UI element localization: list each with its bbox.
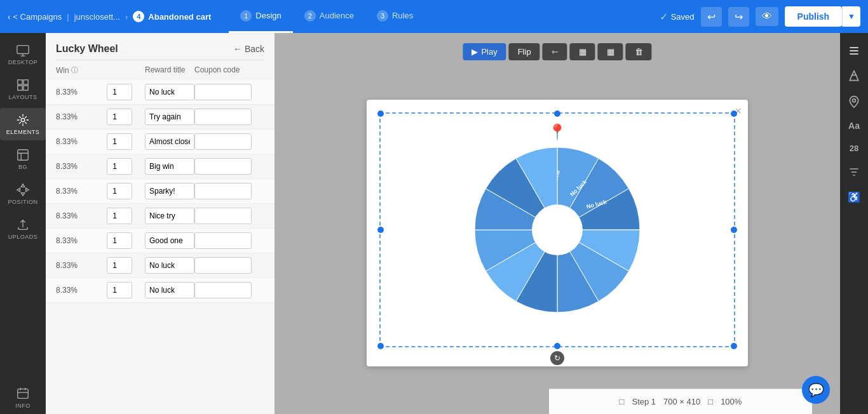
handle-middle-right[interactable] [731, 227, 737, 233]
handle-middle-left[interactable] [377, 227, 384, 233]
chat-button[interactable]: 💬 [802, 376, 830, 404]
reward-input[interactable] [145, 84, 194, 100]
reward-input[interactable] [145, 257, 194, 274]
tab-design[interactable]: 1 Design [229, 0, 292, 33]
nav-sep-1: | [67, 12, 69, 22]
coupon-input[interactable] [194, 208, 252, 224]
layouts-label: LAYOUTS [9, 94, 37, 100]
right-accessibility-icon[interactable]: ♿ [844, 187, 864, 207]
rotate-handle[interactable]: ↻ [550, 351, 564, 365]
layers-icon: ▦ [579, 47, 587, 57]
table-row: 8.33% [46, 278, 275, 303]
weight-input[interactable] [107, 282, 132, 298]
handle-top-right[interactable] [731, 110, 737, 117]
publish-dropdown-button[interactable]: ▼ [842, 6, 860, 27]
right-filter-icon[interactable] [844, 162, 864, 182]
tab-rules[interactable]: 3 Rules [365, 0, 424, 33]
play-button[interactable]: ▶ Play [463, 43, 506, 60]
svg-rect-0 [17, 46, 29, 54]
weight-input[interactable] [107, 183, 132, 199]
coupon-input[interactable] [194, 109, 252, 125]
top-nav: ‹ < Campaigns | junsclosett... › 4 Aband… [0, 0, 868, 33]
back-campaigns-btn[interactable]: ‹ < Campaigns [8, 12, 62, 22]
win-percent: 8.33% [56, 261, 107, 270]
coupon-input[interactable] [194, 257, 252, 274]
weight-input[interactable] [107, 109, 132, 125]
win-percent: 8.33% [56, 162, 107, 171]
win-info-icon[interactable]: ⓘ [71, 65, 78, 75]
uploads-label: UPLOADS [8, 234, 38, 240]
text-button[interactable]: ▦ [598, 43, 623, 60]
weight-input[interactable] [107, 257, 132, 274]
step-label: Step 1 [632, 397, 656, 406]
table-row: 8.33% [46, 105, 275, 130]
svg-point-21 [853, 99, 856, 102]
nav-right: ✓ Saved ↩ ↪ 👁 Publish ▼ [660, 6, 860, 27]
back-link[interactable]: ← Back [233, 44, 264, 54]
weight-input[interactable] [107, 208, 132, 224]
handle-top-left[interactable] [377, 110, 384, 117]
right-paint-icon[interactable] [844, 66, 864, 86]
play-icon: ▶ [471, 47, 478, 57]
delete-button[interactable]: 🗑 [626, 43, 652, 60]
left-sidebar: DESKTOP LAYOUTS ELEMENTS BG POSITION UPL… [0, 33, 46, 414]
weight-input[interactable] [107, 232, 132, 249]
wheel-svg: No luck No luck No luck No luck Try agai… [462, 135, 653, 325]
layers-button[interactable]: ▦ [570, 43, 595, 60]
reward-input[interactable] [145, 183, 194, 199]
lucky-wheel-panel: Lucky Wheel ← Back Win ⓘ Reward title Co… [46, 33, 275, 414]
coupon-input[interactable] [194, 282, 252, 298]
right-location-icon[interactable] [844, 91, 864, 112]
win-percent: 8.33% [56, 88, 107, 97]
flip-button[interactable]: Flip [509, 43, 540, 60]
sidebar-item-info[interactable]: INFO [0, 382, 46, 414]
right-number-icon[interactable]: 28 [846, 140, 862, 157]
sidebar-item-desktop[interactable]: DESKTOP [0, 38, 46, 70]
right-font-icon[interactable]: Aa [844, 117, 864, 135]
undo-button[interactable]: ↩ [701, 7, 722, 27]
tab-audience[interactable]: 2 Audience [293, 0, 365, 33]
sidebar-item-bg[interactable]: BG [0, 143, 46, 175]
right-text-icon[interactable] [844, 41, 864, 61]
coupon-input[interactable] [194, 158, 252, 175]
reward-input[interactable] [145, 158, 194, 175]
weight-input[interactable] [107, 133, 132, 150]
nav-arrow-1: › [125, 12, 128, 22]
position-icon [16, 183, 30, 197]
reward-input[interactable] [145, 109, 194, 125]
svg-rect-1 [18, 80, 22, 84]
sidebar-item-uploads[interactable]: UPLOADS [0, 213, 46, 245]
current-page-label: Abandoned cart [148, 12, 211, 22]
sidebar-item-layouts[interactable]: LAYOUTS [0, 73, 46, 105]
svg-rect-6 [18, 150, 29, 161]
coupon-input[interactable] [194, 84, 252, 100]
info-icon [16, 387, 30, 401]
handle-top-center[interactable] [554, 110, 560, 117]
coupon-input[interactable] [194, 232, 252, 249]
reward-input[interactable] [145, 282, 194, 298]
saved-label: Saved [671, 12, 695, 22]
handle-bottom-center[interactable] [554, 343, 560, 349]
elements-icon [16, 113, 30, 127]
preview-button[interactable]: 👁 [756, 7, 778, 26]
tab-design-num: 1 [240, 10, 252, 22]
reward-input[interactable] [145, 208, 194, 224]
nav-current-step: 4 Abandoned cart [133, 11, 211, 22]
coupon-input[interactable] [194, 133, 252, 150]
elements-label: ELEMENTS [6, 129, 40, 135]
handle-bottom-right[interactable] [731, 343, 737, 349]
handle-bottom-left[interactable] [377, 343, 384, 349]
coupon-input[interactable] [194, 183, 252, 199]
redo-button[interactable]: ↪ [728, 7, 749, 27]
publish-button[interactable]: Publish [785, 6, 843, 27]
weight-input[interactable] [107, 158, 132, 175]
weight-input[interactable] [107, 84, 132, 100]
win-percent: 8.33% [56, 286, 107, 295]
reward-input[interactable] [145, 232, 194, 249]
sidebar-item-position[interactable]: POSITION [0, 178, 46, 210]
align-button[interactable]: ⇽ [543, 43, 567, 60]
flip-label: Flip [518, 47, 531, 57]
dimensions-display: 700 × 410 [663, 397, 700, 406]
reward-input[interactable] [145, 133, 194, 150]
sidebar-item-elements[interactable]: ELEMENTS [0, 108, 46, 140]
